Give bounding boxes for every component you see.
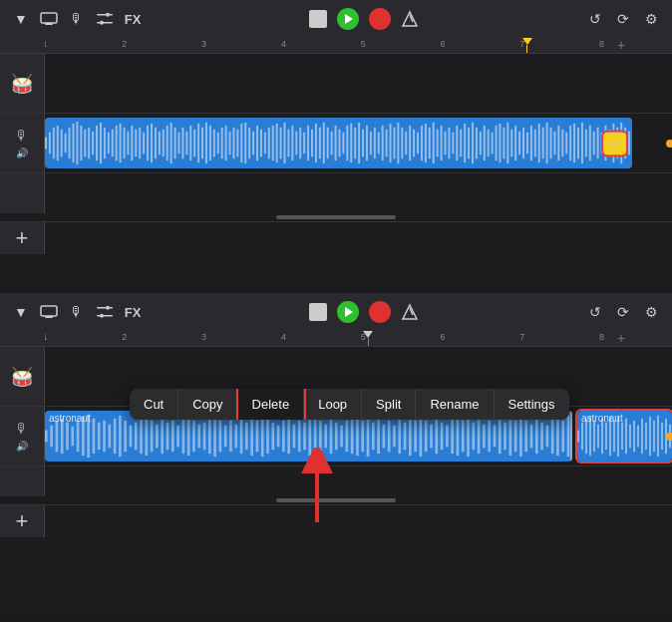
screen-icon[interactable] xyxy=(40,10,58,28)
svg-rect-27 xyxy=(112,130,114,156)
fx-label-top[interactable]: FX xyxy=(124,10,142,28)
screen-icon-bottom[interactable] xyxy=(40,303,58,321)
metronome-icon-bottom[interactable] xyxy=(401,303,419,321)
fx-label-bottom[interactable]: FX xyxy=(124,303,142,321)
svg-rect-31 xyxy=(127,132,129,156)
svg-rect-124 xyxy=(492,133,494,155)
svg-rect-17 xyxy=(72,124,74,162)
menu-item-rename[interactable]: Rename xyxy=(416,389,494,420)
menu-item-split[interactable]: Split xyxy=(362,389,416,420)
svg-rect-112 xyxy=(445,132,447,156)
svg-rect-240 xyxy=(414,421,417,452)
dropdown-icon[interactable]: ▼ xyxy=(12,10,30,28)
empty-track-top xyxy=(0,173,672,213)
menu-item-copy[interactable]: Copy xyxy=(178,389,237,420)
dropdown-icon-bottom[interactable]: ▼ xyxy=(12,303,30,321)
svg-rect-69 xyxy=(276,124,278,162)
bottom-toolbar: ▼ 🎙 FX xyxy=(0,293,672,331)
stop-button-top[interactable] xyxy=(309,10,327,28)
svg-rect-214 xyxy=(277,426,280,448)
svg-rect-143 xyxy=(565,133,567,155)
empty-track-bottom xyxy=(0,466,672,496)
settings-icon-bottom[interactable]: ⚙ xyxy=(642,303,660,321)
svg-rect-275 xyxy=(597,425,599,449)
add-track-button-top[interactable]: + xyxy=(0,222,45,254)
play-button-top[interactable] xyxy=(337,8,359,30)
sliders-icon-bottom[interactable] xyxy=(96,303,114,321)
track-content-drums-top[interactable] xyxy=(45,54,672,113)
svg-rect-171 xyxy=(50,426,53,448)
stop-button-bottom[interactable] xyxy=(309,303,327,321)
add-track-button-bottom[interactable]: + xyxy=(0,505,45,537)
empty-track-header-bottom xyxy=(0,466,45,496)
svg-rect-82 xyxy=(327,128,329,158)
svg-rect-15 xyxy=(65,134,67,154)
svg-rect-49 xyxy=(197,124,199,162)
menu-item-cut[interactable]: Cut xyxy=(130,389,178,420)
svg-rect-173 xyxy=(61,419,64,454)
svg-rect-210 xyxy=(256,421,259,452)
playhead-top xyxy=(522,38,532,53)
add-track-ruler-bottom[interactable]: + xyxy=(613,330,627,346)
svg-rect-200 xyxy=(203,423,206,450)
mic-icon-bottom[interactable]: 🎙 xyxy=(68,303,86,321)
record-button-bottom[interactable] xyxy=(369,301,391,323)
record-button-top[interactable] xyxy=(369,8,391,30)
empty-track-content-bottom[interactable] xyxy=(45,466,672,496)
svg-rect-288 xyxy=(649,417,651,456)
svg-rect-80 xyxy=(319,128,321,158)
svg-rect-184 xyxy=(119,416,122,457)
svg-rect-87 xyxy=(346,126,348,160)
svg-rect-65 xyxy=(260,130,262,156)
undo-icon-top[interactable]: ↺ xyxy=(586,10,604,28)
mic-icon-track-bottom: 🎙 xyxy=(15,421,29,437)
svg-rect-127 xyxy=(503,128,504,158)
mic-icon[interactable]: 🎙 xyxy=(68,10,86,28)
menu-item-settings[interactable]: Settings xyxy=(495,389,569,420)
menu-item-delete[interactable]: Delete xyxy=(238,389,305,420)
svg-rect-249 xyxy=(462,421,465,452)
svg-rect-234 xyxy=(383,425,386,449)
svg-rect-129 xyxy=(510,130,512,156)
waveform-clip-bottom-copy[interactable]: astronaut xyxy=(577,411,672,462)
svg-rect-35 xyxy=(143,133,145,155)
svg-rect-162 xyxy=(97,307,107,309)
svg-rect-55 xyxy=(221,128,223,158)
scrollbar-bottom[interactable] xyxy=(0,496,672,504)
loop-icon-top[interactable]: ⟳ xyxy=(614,10,632,28)
svg-rect-250 xyxy=(467,416,470,457)
svg-rect-255 xyxy=(494,426,497,448)
metronome-icon-top[interactable] xyxy=(401,10,419,28)
svg-rect-283 xyxy=(629,425,631,449)
svg-rect-261 xyxy=(524,421,527,452)
settings-icon-top[interactable]: ⚙ xyxy=(642,10,660,28)
svg-rect-185 xyxy=(124,421,127,452)
svg-rect-93 xyxy=(370,132,372,156)
svg-rect-42 xyxy=(170,123,172,163)
scrollbar-top[interactable] xyxy=(0,213,672,221)
svg-rect-199 xyxy=(197,425,200,449)
svg-rect-254 xyxy=(488,421,491,452)
play-button-bottom[interactable] xyxy=(337,301,359,323)
track-vol-icon-top: 🔊 xyxy=(16,148,28,158)
svg-rect-259 xyxy=(514,421,517,452)
menu-item-loop[interactable]: Loop xyxy=(304,389,362,420)
svg-rect-271 xyxy=(581,423,583,450)
track-header-audio-top: 🎙 🔊 xyxy=(0,114,45,172)
svg-rect-211 xyxy=(261,416,264,457)
svg-rect-30 xyxy=(124,128,126,158)
add-track-ruler-top[interactable]: + xyxy=(613,37,627,53)
waveform-clip-top[interactable]: ✂ xyxy=(45,118,632,168)
undo-icon-bottom[interactable]: ↺ xyxy=(586,303,604,321)
sliders-icon[interactable] xyxy=(96,10,114,28)
track-content-audio-top[interactable]: ✂ xyxy=(45,114,672,172)
svg-rect-266 xyxy=(551,419,554,454)
svg-rect-208 xyxy=(245,423,248,450)
empty-track-content-top[interactable] xyxy=(45,173,672,213)
svg-rect-88 xyxy=(350,124,352,162)
svg-rect-281 xyxy=(621,423,623,450)
loop-icon-bottom[interactable]: ⟳ xyxy=(614,303,632,321)
svg-rect-291 xyxy=(661,423,663,450)
drum-icon-top: 🥁 xyxy=(11,73,33,95)
svg-rect-104 xyxy=(413,130,415,156)
